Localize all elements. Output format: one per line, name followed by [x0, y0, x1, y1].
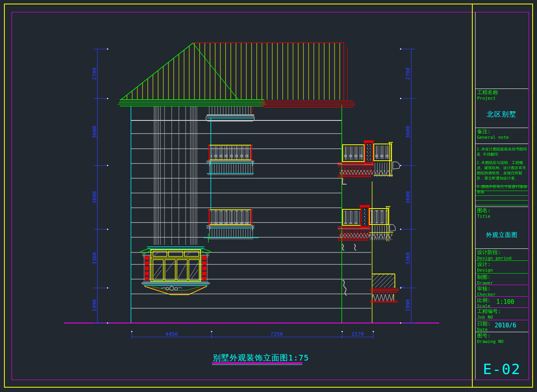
scale-cell: 比例: Scale 1:100 — [476, 296, 528, 307]
general-notes: 1.本设计图纸版权未经书面同意 不得翻印 2.本图纸应与说明、工程概况、建筑结构… — [476, 144, 528, 186]
title-cell: 图名: Title 外观立面图 — [476, 207, 528, 248]
checker-label: 审核: — [477, 286, 527, 292]
design-period-cell: 设计阶段: Design period — [476, 248, 528, 260]
note-header-cell: 备注: General note — [476, 128, 528, 144]
scale-value: 1:100 — [496, 298, 514, 305]
project-label-en: Project — [477, 96, 527, 101]
drawing-no: E-02 — [477, 361, 527, 377]
project-label: 工程名称 — [477, 90, 527, 96]
title-label: 图名: — [477, 208, 527, 214]
cad-sheet: 2700 3600 3600 3360 1990 2700 3600 3600 — [0, 0, 537, 392]
job-label: 工程编号: — [477, 309, 527, 315]
titleblock-divider-yellow — [472, 4, 473, 387]
row-divider — [476, 205, 528, 205]
checker-cell: 审核: Checker — [476, 285, 528, 296]
note-3: 3.图纸中所有尺寸应进行现场复核 — [477, 184, 527, 195]
date-value: 2010/6 — [495, 322, 516, 329]
row-divider — [476, 191, 528, 191]
drawing-title: 外观立面图 — [477, 232, 527, 238]
project-cell: 工程名称 Project 北区别墅 — [476, 89, 528, 128]
project-name: 北区别墅 — [477, 110, 527, 118]
inner-border — [12, 12, 529, 380]
job-no-cell: 工程编号: Job NO — [476, 307, 528, 320]
drawing-no-label: 图号: — [477, 333, 527, 339]
date-cell: 日期: Date 2010/6 — [476, 320, 528, 332]
design-label: 设计: — [477, 262, 527, 268]
drawer-cell: 制图: Drawer — [476, 273, 528, 285]
row-divider — [476, 195, 528, 196]
title-block: 工程名称 Project 北区别墅 备注: General note 1.本设计… — [476, 12, 528, 379]
note-1: 1.本设计图纸版权未经书面同意 不得翻印 — [477, 146, 527, 157]
note-2: 2.本图纸应与说明、工程概况、建筑结构、设计图及有关图纸协调使用，发现任何疑异，… — [477, 160, 527, 181]
drawing-no-label-en: Drawing NO — [477, 339, 527, 344]
drawing-no-cell: 图号: Drawing NO E-02 — [476, 332, 528, 379]
note-label-en: General note — [477, 135, 527, 140]
drawing-caption: 别墅外观装饰立面图1:75 — [213, 353, 309, 363]
job-label-en: Job NO — [477, 315, 527, 320]
row-divider — [476, 200, 528, 201]
row-divider — [476, 186, 528, 186]
design-cell: 设计: Design — [476, 260, 528, 273]
design-label-en: Design — [477, 268, 527, 273]
note-label: 备注: — [477, 129, 527, 135]
caption-underline-magenta — [212, 362, 302, 364]
drawer-label: 制图: — [477, 274, 527, 280]
design-period-label: 设计阶段: — [477, 250, 527, 256]
title-label-en: Title — [477, 214, 527, 219]
caption-underline-thin — [212, 364, 302, 365]
